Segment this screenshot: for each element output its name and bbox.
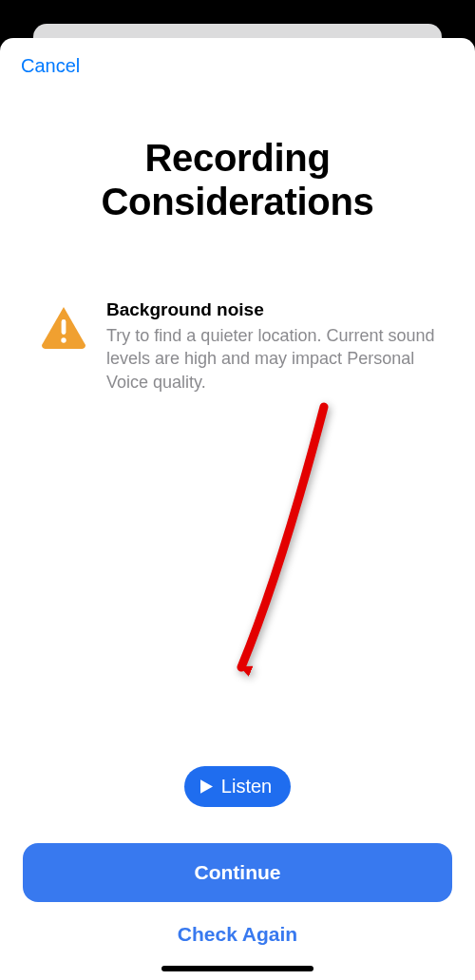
consideration-row: Background noise Try to find a quieter l… xyxy=(28,299,446,394)
title-line-2: Considerations xyxy=(102,181,374,222)
listen-label: Listen xyxy=(221,776,272,797)
warning-triangle-icon xyxy=(40,305,87,353)
modal-sheet: Cancel Recording Considerations Backgrou… xyxy=(0,38,475,980)
device-frame: Cancel Recording Considerations Backgrou… xyxy=(0,0,475,980)
consideration-heading: Background noise xyxy=(106,299,435,320)
svg-rect-0 xyxy=(62,319,66,335)
consideration-body: Try to find a quieter location. Current … xyxy=(106,324,435,394)
listen-button[interactable]: Listen xyxy=(184,766,291,807)
page-title: Recording Considerations xyxy=(28,136,446,223)
consideration-text: Background noise Try to find a quieter l… xyxy=(106,299,435,394)
check-again-button[interactable]: Check Again xyxy=(23,902,452,957)
cancel-button[interactable]: Cancel xyxy=(21,55,80,77)
home-indicator xyxy=(162,966,314,971)
svg-point-1 xyxy=(61,337,66,342)
listen-area: Listen xyxy=(28,394,446,843)
annotation-arrow-icon xyxy=(129,399,338,703)
continue-button[interactable]: Continue xyxy=(23,843,452,902)
play-icon xyxy=(200,778,214,795)
nav-bar: Cancel xyxy=(0,38,475,77)
content-area: Recording Considerations Background nois… xyxy=(0,77,475,843)
footer: Continue Check Again xyxy=(0,843,475,980)
title-line-1: Recording xyxy=(144,137,330,179)
